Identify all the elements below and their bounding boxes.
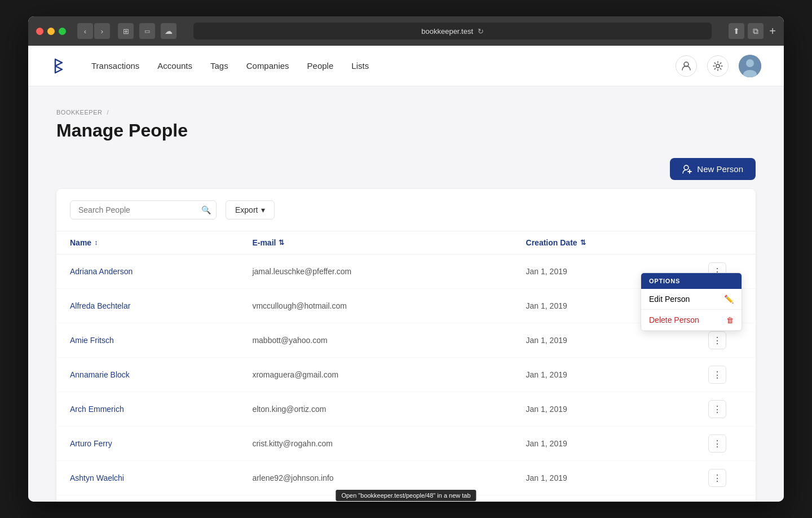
traffic-lights bbox=[36, 28, 66, 35]
breadcrumb-separator: / bbox=[107, 109, 108, 116]
close-button[interactable] bbox=[36, 28, 43, 35]
cell-email-4: elton.king@ortiz.com bbox=[252, 405, 526, 414]
browser-actions: ⬆ ⧉ + bbox=[729, 23, 776, 39]
app-content: Transactions Accounts Tags Companies Peo… bbox=[28, 46, 784, 502]
nav-actions bbox=[676, 55, 761, 77]
url-text: bookkeeper.test bbox=[421, 27, 473, 36]
minimize-button[interactable] bbox=[47, 28, 55, 35]
table-row: Adriana Anderson jamal.leuschke@pfeffer.… bbox=[56, 254, 756, 289]
fullscreen-button[interactable]: ⧉ bbox=[748, 23, 764, 39]
cell-email-5: crist.kitty@rogahn.com bbox=[252, 439, 526, 448]
trash-icon: 🗑 bbox=[726, 316, 734, 324]
cell-name-0[interactable]: Adriana Anderson bbox=[70, 267, 252, 276]
export-chevron-icon: ▾ bbox=[261, 205, 265, 214]
nav-links: Transactions Accounts Tags Companies Peo… bbox=[91, 61, 676, 71]
edit-person-label: Edit Person bbox=[649, 295, 690, 304]
table-header: Name ↕ E-mail ⇅ Creation Date ⇅ bbox=[56, 231, 756, 254]
cell-email-0: jamal.leuschke@pfeffer.com bbox=[252, 267, 526, 276]
cell-email-1: vmccullough@hotmail.com bbox=[252, 301, 526, 310]
col-header-date[interactable]: Creation Date ⇅ bbox=[526, 238, 708, 247]
browser-nav-arrows: ‹ › bbox=[77, 23, 110, 39]
svg-point-5 bbox=[684, 165, 689, 170]
more-button-2[interactable]: ⋮ bbox=[708, 331, 726, 349]
cell-date-6: Jan 1, 2019 bbox=[526, 473, 708, 482]
col-name-label: Name bbox=[70, 238, 91, 247]
nav-tags[interactable]: Tags bbox=[210, 61, 228, 71]
forward-button[interactable]: › bbox=[94, 23, 110, 39]
options-header: OPTIONS bbox=[641, 273, 742, 289]
more-button-5[interactable]: ⋮ bbox=[708, 434, 726, 453]
col-header-name[interactable]: Name ↕ bbox=[70, 238, 252, 247]
more-button-4[interactable]: ⋮ bbox=[708, 400, 726, 418]
settings-icon-button[interactable] bbox=[707, 55, 729, 77]
share-button[interactable]: ⬆ bbox=[729, 23, 744, 39]
cell-name-2[interactable]: Amie Fritsch bbox=[70, 336, 252, 345]
nav-accounts[interactable]: Accounts bbox=[157, 61, 192, 71]
breadcrumb: BOOKKEEPER / bbox=[56, 109, 756, 116]
date-sort-icon: ⇅ bbox=[580, 239, 586, 247]
cell-name-4[interactable]: Arch Emmerich bbox=[70, 405, 252, 414]
cell-name-3[interactable]: Annamarie Block bbox=[70, 370, 252, 379]
browser-window: ‹ › ⊞ ▭ ☁ bookkeeper.test ↻ ⬆ ⧉ + Transa… bbox=[28, 16, 784, 502]
nav-transactions[interactable]: Transactions bbox=[91, 61, 139, 71]
col-email-label: E-mail bbox=[252, 238, 276, 247]
new-person-label: New Person bbox=[697, 164, 743, 174]
edit-person-item[interactable]: Edit Person ✏️ bbox=[641, 289, 742, 310]
back-button[interactable]: ‹ bbox=[77, 23, 93, 39]
cell-name-5[interactable]: Arturo Ferry bbox=[70, 439, 252, 448]
cell-email-6: arlene92@johnson.info bbox=[252, 473, 526, 482]
cell-email-3: xromaguera@gmail.com bbox=[252, 370, 526, 379]
cell-date-3: Jan 1, 2019 bbox=[526, 370, 708, 379]
options-dropdown: OPTIONS Edit Person ✏️ Delete Person 🗑 bbox=[641, 273, 742, 331]
cell-name-6[interactable]: Ashtyn Waelchi bbox=[70, 473, 252, 482]
more-button-6[interactable]: ⋮ bbox=[708, 469, 726, 487]
export-button[interactable]: Export ▾ bbox=[226, 200, 275, 220]
svg-point-3 bbox=[746, 59, 754, 67]
search-input[interactable] bbox=[70, 200, 217, 220]
logo bbox=[51, 57, 69, 75]
maximize-button[interactable] bbox=[59, 28, 66, 35]
table-row: Arch Emmerich elton.king@ortiz.com Jan 1… bbox=[56, 392, 756, 427]
table-body: Adriana Anderson jamal.leuschke@pfeffer.… bbox=[56, 254, 756, 502]
delete-person-item[interactable]: Delete Person 🗑 bbox=[641, 310, 742, 331]
table-row: Annamarie Block xromaguera@gmail.com Jan… bbox=[56, 358, 756, 392]
table-row: Arturo Ferry crist.kitty@rogahn.com Jan … bbox=[56, 427, 756, 461]
nav-people[interactable]: People bbox=[307, 61, 334, 71]
delete-person-label: Delete Person bbox=[649, 315, 699, 324]
main-content: BOOKKEEPER / Manage People New Person bbox=[28, 86, 784, 502]
url-bar[interactable]: bookkeeper.test ↻ bbox=[193, 23, 712, 39]
more-button-3[interactable]: ⋮ bbox=[708, 366, 726, 384]
export-label: Export bbox=[235, 205, 258, 214]
new-person-icon bbox=[682, 164, 692, 174]
grid-button[interactable]: ⊞ bbox=[118, 23, 134, 39]
search-wrapper: 🔍 bbox=[70, 200, 217, 220]
table-toolbar: 🔍 Export ▾ bbox=[56, 189, 756, 231]
status-bar-text: Open "bookkeeper.test/people/48" in a ne… bbox=[341, 492, 470, 499]
edit-icon: ✏️ bbox=[724, 295, 734, 304]
col-header-email[interactable]: E-mail ⇅ bbox=[252, 238, 526, 247]
cell-date-2: Jan 1, 2019 bbox=[526, 336, 708, 345]
page-title: Manage People bbox=[56, 120, 756, 141]
svg-point-1 bbox=[716, 64, 720, 68]
nav-lists[interactable]: Lists bbox=[351, 61, 369, 71]
new-person-button[interactable]: New Person bbox=[670, 158, 756, 180]
new-tab-button[interactable]: + bbox=[769, 25, 776, 38]
cell-date-5: Jan 1, 2019 bbox=[526, 439, 708, 448]
breadcrumb-root: BOOKKEEPER bbox=[56, 109, 102, 116]
cloud-button[interactable]: ☁ bbox=[161, 23, 176, 39]
reload-icon[interactable]: ↻ bbox=[478, 27, 484, 36]
cell-email-2: mabbott@yahoo.com bbox=[252, 336, 526, 345]
email-sort-icon: ⇅ bbox=[279, 239, 284, 247]
avatar[interactable] bbox=[739, 55, 761, 77]
content-card: 🔍 Export ▾ Name ↕ E-mail ⇅ bbox=[56, 189, 756, 502]
sidebar-button[interactable]: ▭ bbox=[139, 23, 155, 39]
top-nav: Transactions Accounts Tags Companies Peo… bbox=[28, 46, 784, 86]
search-icon: 🔍 bbox=[201, 205, 211, 214]
status-bar: Open "bookkeeper.test/people/48" in a ne… bbox=[336, 490, 476, 501]
name-sort-icon: ↕ bbox=[94, 239, 98, 247]
browser-titlebar: ‹ › ⊞ ▭ ☁ bookkeeper.test ↻ ⬆ ⧉ + bbox=[28, 16, 784, 46]
user-icon-button[interactable] bbox=[676, 55, 697, 77]
cell-name-1[interactable]: Alfreda Bechtelar bbox=[70, 301, 252, 310]
cell-date-4: Jan 1, 2019 bbox=[526, 405, 708, 414]
nav-companies[interactable]: Companies bbox=[246, 61, 289, 71]
